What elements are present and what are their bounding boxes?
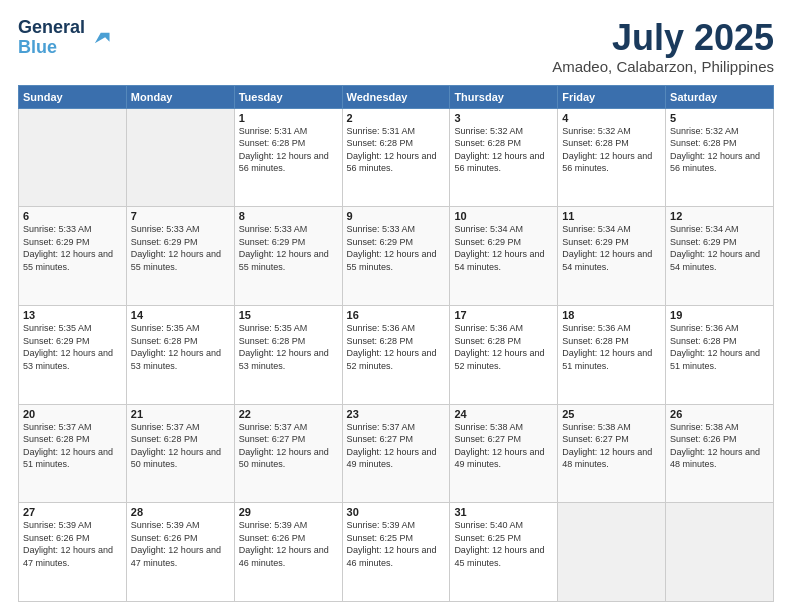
day-number: 12: [670, 210, 769, 222]
day-number: 16: [347, 309, 446, 321]
table-cell: 3Sunrise: 5:32 AM Sunset: 6:28 PM Daylig…: [450, 108, 558, 207]
day-number: 10: [454, 210, 553, 222]
table-cell: 15Sunrise: 5:35 AM Sunset: 6:28 PM Dayli…: [234, 305, 342, 404]
col-wednesday: Wednesday: [342, 85, 450, 108]
day-info: Sunrise: 5:36 AM Sunset: 6:28 PM Dayligh…: [562, 322, 661, 372]
table-cell: 25Sunrise: 5:38 AM Sunset: 6:27 PM Dayli…: [558, 404, 666, 503]
day-info: Sunrise: 5:39 AM Sunset: 6:26 PM Dayligh…: [239, 519, 338, 569]
day-info: Sunrise: 5:34 AM Sunset: 6:29 PM Dayligh…: [670, 223, 769, 273]
table-cell: [558, 503, 666, 602]
header-row: Sunday Monday Tuesday Wednesday Thursday…: [19, 85, 774, 108]
calendar-title: July 2025: [552, 18, 774, 58]
day-info: Sunrise: 5:31 AM Sunset: 6:28 PM Dayligh…: [239, 125, 338, 175]
day-number: 4: [562, 112, 661, 124]
col-monday: Monday: [126, 85, 234, 108]
table-cell: 16Sunrise: 5:36 AM Sunset: 6:28 PM Dayli…: [342, 305, 450, 404]
header: GeneralBlue July 2025 Amadeo, Calabarzon…: [18, 18, 774, 75]
day-number: 26: [670, 408, 769, 420]
day-number: 13: [23, 309, 122, 321]
table-cell: 13Sunrise: 5:35 AM Sunset: 6:29 PM Dayli…: [19, 305, 127, 404]
day-info: Sunrise: 5:38 AM Sunset: 6:26 PM Dayligh…: [670, 421, 769, 471]
day-info: Sunrise: 5:33 AM Sunset: 6:29 PM Dayligh…: [23, 223, 122, 273]
logo: GeneralBlue: [18, 18, 111, 58]
day-number: 15: [239, 309, 338, 321]
table-cell: 27Sunrise: 5:39 AM Sunset: 6:26 PM Dayli…: [19, 503, 127, 602]
day-number: 20: [23, 408, 122, 420]
day-info: Sunrise: 5:38 AM Sunset: 6:27 PM Dayligh…: [454, 421, 553, 471]
table-cell: 17Sunrise: 5:36 AM Sunset: 6:28 PM Dayli…: [450, 305, 558, 404]
week-row-3: 13Sunrise: 5:35 AM Sunset: 6:29 PM Dayli…: [19, 305, 774, 404]
day-info: Sunrise: 5:34 AM Sunset: 6:29 PM Dayligh…: [562, 223, 661, 273]
week-row-4: 20Sunrise: 5:37 AM Sunset: 6:28 PM Dayli…: [19, 404, 774, 503]
day-number: 25: [562, 408, 661, 420]
logo-text: GeneralBlue: [18, 18, 85, 58]
table-cell: 21Sunrise: 5:37 AM Sunset: 6:28 PM Dayli…: [126, 404, 234, 503]
col-saturday: Saturday: [666, 85, 774, 108]
day-number: 29: [239, 506, 338, 518]
day-info: Sunrise: 5:32 AM Sunset: 6:28 PM Dayligh…: [562, 125, 661, 175]
table-cell: [666, 503, 774, 602]
day-info: Sunrise: 5:34 AM Sunset: 6:29 PM Dayligh…: [454, 223, 553, 273]
calendar-subtitle: Amadeo, Calabarzon, Philippines: [552, 58, 774, 75]
table-cell: 2Sunrise: 5:31 AM Sunset: 6:28 PM Daylig…: [342, 108, 450, 207]
day-number: 3: [454, 112, 553, 124]
title-block: July 2025 Amadeo, Calabarzon, Philippine…: [552, 18, 774, 75]
col-thursday: Thursday: [450, 85, 558, 108]
day-info: Sunrise: 5:36 AM Sunset: 6:28 PM Dayligh…: [670, 322, 769, 372]
table-cell: [126, 108, 234, 207]
day-info: Sunrise: 5:39 AM Sunset: 6:26 PM Dayligh…: [23, 519, 122, 569]
table-cell: 24Sunrise: 5:38 AM Sunset: 6:27 PM Dayli…: [450, 404, 558, 503]
table-cell: 19Sunrise: 5:36 AM Sunset: 6:28 PM Dayli…: [666, 305, 774, 404]
table-cell: 23Sunrise: 5:37 AM Sunset: 6:27 PM Dayli…: [342, 404, 450, 503]
day-number: 22: [239, 408, 338, 420]
table-cell: 11Sunrise: 5:34 AM Sunset: 6:29 PM Dayli…: [558, 207, 666, 306]
day-number: 27: [23, 506, 122, 518]
table-cell: 1Sunrise: 5:31 AM Sunset: 6:28 PM Daylig…: [234, 108, 342, 207]
svg-marker-0: [95, 33, 110, 43]
day-info: Sunrise: 5:40 AM Sunset: 6:25 PM Dayligh…: [454, 519, 553, 569]
week-row-1: 1Sunrise: 5:31 AM Sunset: 6:28 PM Daylig…: [19, 108, 774, 207]
day-info: Sunrise: 5:37 AM Sunset: 6:28 PM Dayligh…: [131, 421, 230, 471]
table-cell: 28Sunrise: 5:39 AM Sunset: 6:26 PM Dayli…: [126, 503, 234, 602]
col-tuesday: Tuesday: [234, 85, 342, 108]
table-cell: 22Sunrise: 5:37 AM Sunset: 6:27 PM Dayli…: [234, 404, 342, 503]
day-number: 21: [131, 408, 230, 420]
week-row-2: 6Sunrise: 5:33 AM Sunset: 6:29 PM Daylig…: [19, 207, 774, 306]
table-cell: 8Sunrise: 5:33 AM Sunset: 6:29 PM Daylig…: [234, 207, 342, 306]
table-cell: 14Sunrise: 5:35 AM Sunset: 6:28 PM Dayli…: [126, 305, 234, 404]
day-info: Sunrise: 5:35 AM Sunset: 6:28 PM Dayligh…: [131, 322, 230, 372]
table-cell: 4Sunrise: 5:32 AM Sunset: 6:28 PM Daylig…: [558, 108, 666, 207]
table-cell: 26Sunrise: 5:38 AM Sunset: 6:26 PM Dayli…: [666, 404, 774, 503]
day-number: 11: [562, 210, 661, 222]
day-info: Sunrise: 5:39 AM Sunset: 6:26 PM Dayligh…: [131, 519, 230, 569]
day-info: Sunrise: 5:39 AM Sunset: 6:25 PM Dayligh…: [347, 519, 446, 569]
day-number: 31: [454, 506, 553, 518]
day-info: Sunrise: 5:37 AM Sunset: 6:27 PM Dayligh…: [347, 421, 446, 471]
table-cell: 31Sunrise: 5:40 AM Sunset: 6:25 PM Dayli…: [450, 503, 558, 602]
day-number: 28: [131, 506, 230, 518]
logo-icon: [89, 27, 111, 49]
day-number: 1: [239, 112, 338, 124]
table-cell: 10Sunrise: 5:34 AM Sunset: 6:29 PM Dayli…: [450, 207, 558, 306]
day-info: Sunrise: 5:32 AM Sunset: 6:28 PM Dayligh…: [454, 125, 553, 175]
calendar-table: Sunday Monday Tuesday Wednesday Thursday…: [18, 85, 774, 602]
table-cell: 5Sunrise: 5:32 AM Sunset: 6:28 PM Daylig…: [666, 108, 774, 207]
day-info: Sunrise: 5:36 AM Sunset: 6:28 PM Dayligh…: [454, 322, 553, 372]
table-cell: 20Sunrise: 5:37 AM Sunset: 6:28 PM Dayli…: [19, 404, 127, 503]
table-cell: 30Sunrise: 5:39 AM Sunset: 6:25 PM Dayli…: [342, 503, 450, 602]
table-cell: 6Sunrise: 5:33 AM Sunset: 6:29 PM Daylig…: [19, 207, 127, 306]
day-number: 2: [347, 112, 446, 124]
week-row-5: 27Sunrise: 5:39 AM Sunset: 6:26 PM Dayli…: [19, 503, 774, 602]
day-info: Sunrise: 5:37 AM Sunset: 6:28 PM Dayligh…: [23, 421, 122, 471]
col-sunday: Sunday: [19, 85, 127, 108]
day-info: Sunrise: 5:35 AM Sunset: 6:29 PM Dayligh…: [23, 322, 122, 372]
day-info: Sunrise: 5:31 AM Sunset: 6:28 PM Dayligh…: [347, 125, 446, 175]
col-friday: Friday: [558, 85, 666, 108]
day-info: Sunrise: 5:38 AM Sunset: 6:27 PM Dayligh…: [562, 421, 661, 471]
day-number: 8: [239, 210, 338, 222]
day-number: 19: [670, 309, 769, 321]
logo-blue: Blue: [18, 37, 57, 57]
day-number: 14: [131, 309, 230, 321]
day-number: 23: [347, 408, 446, 420]
day-number: 9: [347, 210, 446, 222]
